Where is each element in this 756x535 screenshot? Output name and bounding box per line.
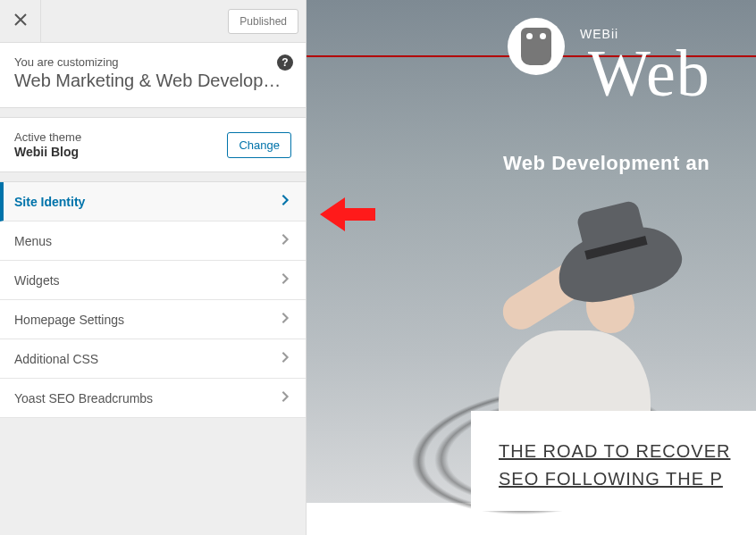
close-button[interactable] — [0, 0, 41, 43]
brand-large-wordmark: Web — [588, 36, 710, 112]
close-icon — [13, 13, 28, 30]
customizer-nav: Site Identity Menus Widgets Homepage Set… — [0, 181, 306, 418]
nav-label: Additional CSS — [14, 352, 98, 366]
chevron-right-icon — [279, 233, 291, 248]
site-preview: WEBii Web Web Development an THE ROAD TO… — [307, 0, 756, 535]
chevron-right-icon — [279, 351, 291, 366]
chevron-right-icon — [279, 390, 291, 405]
active-theme-block: Active theme Webii Blog Change — [0, 117, 306, 172]
chevron-right-icon — [279, 312, 291, 327]
nav-item-menus[interactable]: Menus — [0, 222, 306, 261]
change-theme-button[interactable]: Change — [227, 132, 291, 158]
active-theme-name: Webii Blog — [14, 145, 81, 159]
nav-item-homepage-settings[interactable]: Homepage Settings — [0, 300, 306, 339]
nav-item-yoast-breadcrumbs[interactable]: Yoast SEO Breadcrumbs — [0, 379, 306, 418]
nav-item-widgets[interactable]: Widgets — [0, 261, 306, 300]
site-logo — [508, 18, 565, 75]
customizer-header: ? You are customizing Web Marketing & We… — [0, 43, 306, 108]
chevron-right-icon — [279, 194, 291, 209]
post-title-line2: SEO FOLLOWING THE P — [499, 465, 756, 493]
customizer-topbar: Published — [0, 0, 306, 43]
nav-label: Widgets — [14, 273, 60, 288]
nav-label: Yoast SEO Breadcrumbs — [14, 391, 153, 405]
nav-item-additional-css[interactable]: Additional CSS — [0, 339, 306, 379]
customizer-sidebar: Published ? You are customizing Web Mark… — [0, 0, 307, 535]
hero-tagline: Web Development an — [503, 152, 710, 175]
nav-label: Site Identity — [14, 195, 85, 209]
logo-icon — [521, 28, 551, 65]
customizing-label: You are customizing — [14, 55, 291, 69]
chevron-right-icon — [279, 272, 291, 288]
nav-item-site-identity[interactable]: Site Identity — [0, 182, 306, 222]
publish-status-button[interactable]: Published — [228, 9, 298, 34]
nav-label: Menus — [14, 234, 52, 248]
site-title: Web Marketing & Web Developme… — [14, 71, 291, 91]
nav-label: Homepage Settings — [14, 313, 124, 327]
help-icon[interactable]: ? — [277, 54, 293, 71]
post-title-link[interactable]: THE ROAD TO RECOVER SEO FOLLOWING THE P — [499, 438, 756, 493]
post-title-line1: THE ROAD TO RECOVER — [499, 438, 756, 465]
active-theme-label: Active theme — [14, 130, 81, 144]
